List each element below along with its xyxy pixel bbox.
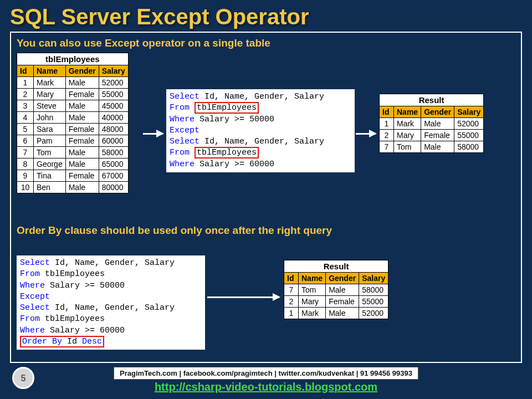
table-row: 3 Steve Male 45000 bbox=[17, 100, 129, 112]
col-salary: Salary bbox=[99, 65, 128, 77]
table-row: 8 George Male 65000 bbox=[17, 158, 129, 170]
result1-table: Result Id Name Gender Salary 1 Mark Male… bbox=[379, 94, 484, 153]
table-row: 1 Mark Male 52000 bbox=[380, 118, 484, 130]
employees-body: 1 Mark Male 52000 2 Mary Female 55000 3 … bbox=[17, 77, 129, 193]
sql-code-2: Select Id, Name, Gender, Salary From tbl… bbox=[17, 255, 205, 350]
arrow-icon bbox=[207, 296, 279, 298]
sql-code-1: Select Id, Name, Gender, Salary From tbl… bbox=[166, 89, 355, 172]
table-row: 10 Ben Male 80000 bbox=[17, 182, 129, 193]
table-row: 4 John Male 40000 bbox=[17, 112, 129, 124]
table-row: 7 Tom Male 58000 bbox=[380, 141, 484, 153]
result2-body: 7 Tom Male 58000 2 Mary Female 55000 1 M… bbox=[284, 284, 388, 319]
table-row: 1 Mark Male 52000 bbox=[284, 308, 388, 319]
arrow-icon bbox=[356, 133, 376, 135]
footer: PragimTech.com | facebook.com/pragimtech… bbox=[0, 367, 532, 393]
subtitle-1: You can also use Except operator on a si… bbox=[17, 37, 515, 49]
page-title: SQL Server Except Operator bbox=[0, 0, 532, 32]
table-row: 5 Sara Female 48000 bbox=[17, 124, 129, 135]
table-row: 2 Mary Female 55000 bbox=[284, 296, 388, 308]
employees-caption: tblEmployees bbox=[17, 53, 129, 65]
table-row: 1 Mark Male 52000 bbox=[17, 77, 129, 89]
table-row: 6 Pam Female 60000 bbox=[17, 135, 129, 147]
content-box: You can also use Except operator on a si… bbox=[10, 32, 522, 363]
table-row: 7 Tom Male 58000 bbox=[284, 284, 388, 296]
table-row: 2 Mary Female 55000 bbox=[380, 130, 484, 141]
result2-table: Result Id Name Gender Salary 7 Tom Male … bbox=[284, 260, 388, 319]
footer-link[interactable]: http://csharp-video-tutorials.blogspot.c… bbox=[0, 381, 532, 393]
table-row: 2 Mary Female 55000 bbox=[17, 89, 129, 100]
col-id: Id bbox=[17, 65, 34, 77]
employees-table: tblEmployees Id Name Gender Salary 1 Mar… bbox=[17, 53, 129, 193]
arrow-icon bbox=[143, 133, 163, 135]
table-row: 9 Tina Female 67000 bbox=[17, 170, 129, 182]
footer-info: PragimTech.com | facebook.com/pragimtech… bbox=[114, 367, 418, 380]
table-row: 7 Tom Male 58000 bbox=[17, 147, 129, 158]
subtitle-2: Order By clause should be used only once… bbox=[17, 224, 515, 237]
section-1: tblEmployees Id Name Gender Salary 1 Mar… bbox=[17, 53, 515, 224]
result1-caption: Result bbox=[380, 94, 484, 106]
col-name: Name bbox=[34, 65, 66, 77]
col-gender: Gender bbox=[65, 65, 99, 77]
result2-caption: Result bbox=[284, 260, 388, 273]
result1-body: 1 Mark Male 52000 2 Mary Female 55000 7 … bbox=[380, 118, 484, 153]
